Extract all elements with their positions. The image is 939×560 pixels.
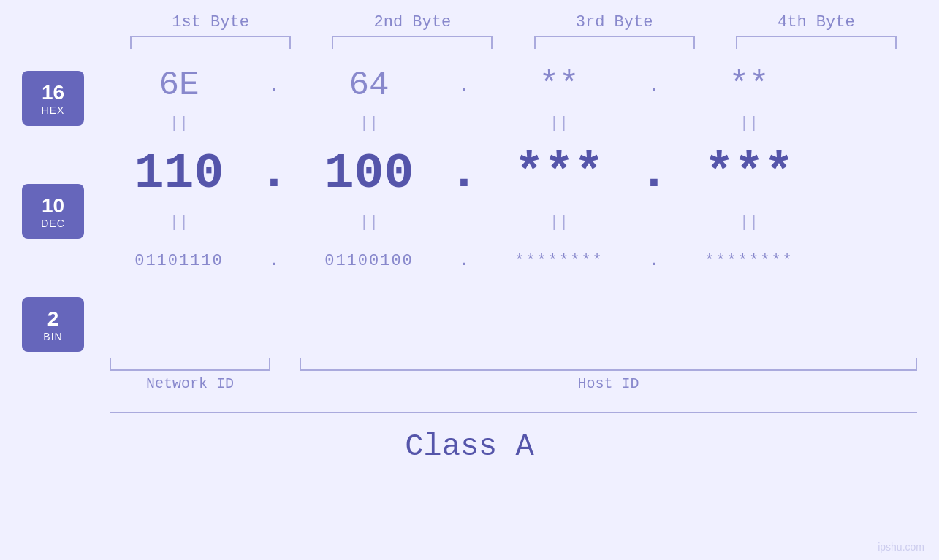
- dec-sep-3: .: [639, 148, 669, 198]
- eq2-cell-3: ||: [479, 213, 639, 231]
- dec-badge: 10 DEC: [22, 184, 84, 239]
- bin-row: 01101110 . 01100100 . ******** . *******…: [99, 235, 917, 286]
- dec-value-1: 110: [134, 145, 224, 202]
- hex-value-4: **: [729, 66, 769, 104]
- hex-sep-3: .: [639, 74, 669, 97]
- hex-badge-label: HEX: [42, 104, 65, 116]
- hex-cell-2: 64: [289, 66, 449, 104]
- byte-header-2: 2nd Byte: [332, 13, 493, 31]
- bin-value-4: ********: [704, 252, 794, 270]
- byte-header-3: 3rd Byte: [534, 13, 695, 31]
- class-bracket-line: [110, 412, 917, 413]
- dec-value-2: 100: [324, 145, 414, 202]
- bin-sep-2: .: [449, 252, 479, 270]
- main-grid: 6E . 64 . ** . ** || ||: [99, 56, 917, 286]
- dec-badge-label: DEC: [41, 218, 65, 229]
- left-labels: 16 HEX 10 DEC 2 BIN: [22, 71, 84, 352]
- dec-badge-number: 10: [42, 194, 64, 218]
- dec-sep-1: .: [259, 148, 289, 198]
- bin-value-2: 01100100: [324, 252, 414, 270]
- dec-row: 110 . 100 . *** . ***: [99, 137, 917, 210]
- dec-sep-2: .: [449, 148, 479, 198]
- top-brackets-row: [0, 36, 939, 49]
- bin-badge: 2 BIN: [22, 297, 84, 352]
- dec-cell-3: ***: [479, 145, 639, 202]
- bottom-bracket-host: [300, 358, 917, 371]
- watermark: ipshu.com: [878, 541, 924, 553]
- eq1-cell-1: ||: [99, 115, 259, 133]
- bin-cell-3: ********: [479, 252, 639, 270]
- hex-cell-3: **: [479, 66, 639, 104]
- hex-row: 6E . 64 . ** . **: [99, 60, 917, 111]
- hex-cell-4: **: [669, 66, 829, 104]
- byte-header-1: 1st Byte: [130, 13, 291, 31]
- bin-cell-4: ********: [669, 252, 829, 270]
- bin-sep-1: .: [259, 252, 289, 270]
- hex-sep-1: .: [259, 74, 289, 97]
- hex-badge-number: 16: [42, 81, 64, 104]
- hex-badge: 16 HEX: [22, 71, 84, 126]
- main-container: 1st Byte 2nd Byte 3rd Byte 4th Byte 16 H…: [0, 0, 939, 560]
- eq1-cell-4: ||: [669, 115, 829, 133]
- hex-cell-1: 6E: [99, 66, 259, 104]
- bin-badge-number: 2: [47, 307, 59, 331]
- eq2-cell-2: ||: [289, 213, 449, 231]
- byte-header-4: 4th Byte: [736, 13, 897, 31]
- bin-value-3: ********: [514, 252, 604, 270]
- eq1-cell-2: ||: [289, 115, 449, 133]
- bin-badge-label: BIN: [43, 331, 62, 342]
- equals-row-1: || || || ||: [99, 111, 917, 137]
- eq1-cell-3: ||: [479, 115, 639, 133]
- top-bracket-4: [736, 36, 897, 49]
- equals-row-2: || || || ||: [99, 210, 917, 235]
- byte-headers: 1st Byte 2nd Byte 3rd Byte 4th Byte: [0, 13, 939, 31]
- dec-cell-2: 100: [289, 145, 449, 202]
- hex-value-2: 64: [349, 66, 389, 104]
- bin-sep-3: .: [639, 252, 669, 270]
- hex-value-1: 6E: [159, 66, 199, 104]
- hex-value-3: **: [539, 66, 579, 104]
- top-bracket-3: [534, 36, 695, 49]
- dec-value-4: ***: [704, 145, 794, 202]
- host-id-label: Host ID: [300, 375, 917, 392]
- dec-cell-4: ***: [669, 145, 829, 202]
- dec-cell-1: 110: [99, 145, 259, 202]
- bottom-bracket-network: [110, 358, 270, 371]
- top-bracket-1: [130, 36, 291, 49]
- eq2-cell-4: ||: [669, 213, 829, 231]
- class-label: Class A: [405, 429, 533, 464]
- content-area: 16 HEX 10 DEC 2 BIN 6E . 64: [0, 56, 939, 352]
- bin-cell-2: 01100100: [289, 252, 449, 270]
- bin-cell-1: 01101110: [99, 252, 259, 270]
- bin-value-1: 01101110: [134, 252, 224, 270]
- eq2-cell-1: ||: [99, 213, 259, 231]
- network-id-label: Network ID: [110, 375, 270, 392]
- top-bracket-2: [332, 36, 493, 49]
- dec-value-3: ***: [514, 145, 604, 202]
- hex-sep-2: .: [449, 74, 479, 97]
